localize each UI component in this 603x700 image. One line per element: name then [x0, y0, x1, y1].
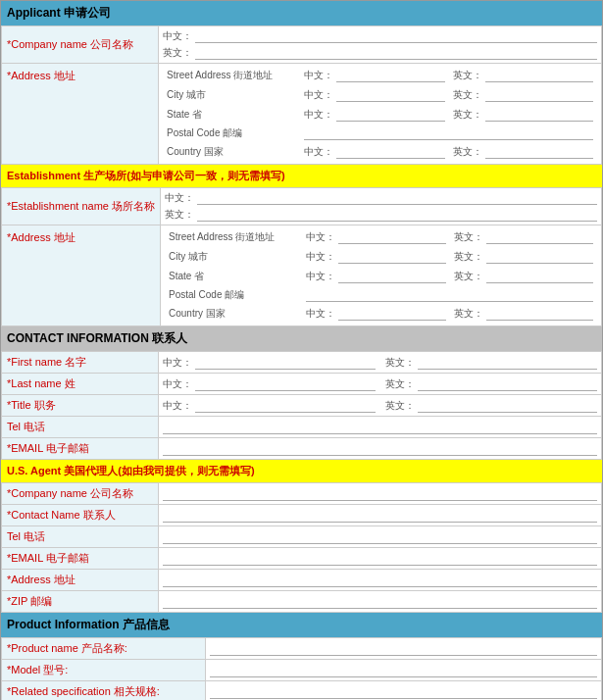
agent-contact-value[interactable] — [159, 505, 602, 526]
title-en-input[interactable] — [418, 399, 598, 413]
est-country-label: Country 国家 — [165, 304, 302, 324]
tel-input[interactable] — [163, 421, 597, 434]
est-name-en-input[interactable] — [197, 208, 597, 222]
est-city-cn-input[interactable] — [338, 250, 446, 264]
product-spec-input[interactable] — [210, 685, 597, 699]
city-cn-input[interactable] — [336, 88, 445, 102]
est-country-en-input[interactable] — [486, 307, 594, 321]
agent-address-value[interactable] — [159, 570, 602, 591]
est-name-cn-input[interactable] — [197, 191, 597, 205]
agent-address-label: *Address 地址 — [2, 570, 159, 591]
email-value[interactable] — [159, 438, 602, 460]
product-name-input[interactable] — [210, 642, 597, 656]
agent-zip-value[interactable] — [159, 591, 602, 613]
street-cn-cell: 中文： — [300, 66, 449, 85]
est-city-en-input[interactable] — [486, 250, 594, 264]
title-label: *Title 职务 — [2, 395, 159, 417]
country-en-input[interactable] — [485, 145, 594, 159]
state-en-input[interactable] — [485, 108, 594, 122]
agent-zip-input[interactable] — [163, 595, 597, 609]
agent-header: U.S. Agent 美国代理人(如由我司提供，则无需填写) — [1, 460, 602, 482]
lastname-en-input[interactable] — [418, 377, 598, 391]
est-state-en-input[interactable] — [486, 270, 594, 283]
agent-contact-row: *Contact Name 联系人 — [2, 505, 602, 526]
agent-email-label: *EMAIL 电子邮箱 — [2, 548, 159, 570]
product-spec-value[interactable] — [206, 681, 602, 701]
lastname-cn-input[interactable] — [195, 377, 376, 391]
est-city-label: City 城市 — [165, 247, 302, 267]
agent-email-row: *EMAIL 电子邮箱 — [2, 548, 602, 570]
tel-value[interactable] — [159, 417, 602, 438]
agent-address-input[interactable] — [163, 574, 597, 587]
postal-value[interactable] — [300, 125, 597, 142]
product-name-value[interactable] — [206, 638, 602, 660]
est-street-en-input[interactable] — [486, 230, 594, 244]
product-header: Product Information 产品信息 — [1, 613, 602, 637]
applicant-header: Applicant 申请公司 — [1, 1, 602, 25]
state-cn-input[interactable] — [336, 108, 445, 122]
agent-tel-input[interactable] — [163, 530, 597, 544]
postal-input[interactable] — [304, 126, 593, 140]
street-en-input[interactable] — [485, 69, 594, 82]
est-address-cell: Street Address 街道地址 中文： 英文： — [161, 225, 602, 326]
product-spec-row: *Related specification 相关规格: — [2, 681, 602, 701]
est-state-cn-cell: 中文： — [302, 267, 450, 286]
address-street-cell: Street Address 街道地址 中文： 英文： — [159, 64, 602, 165]
company-name-value[interactable]: 中文： 英文： — [159, 26, 602, 64]
country-cn-input[interactable] — [336, 145, 445, 159]
street-cn-input[interactable] — [336, 69, 445, 82]
contact-header: CONTACT INFORMATION 联系人 — [1, 326, 602, 351]
product-model-row: *Model 型号: — [2, 660, 602, 681]
title-value[interactable]: 中文： 英文： — [159, 395, 602, 417]
company-en-input[interactable] — [195, 46, 597, 60]
est-state-label: State 省 — [165, 267, 302, 286]
city-en-cell: 英文： — [449, 85, 598, 105]
est-street-en-cell: 英文： — [450, 227, 598, 247]
email-row: *EMAIL 电子邮箱 — [2, 438, 602, 460]
est-address-sub-table: Street Address 街道地址 中文： 英文： — [165, 227, 597, 324]
agent-email-value[interactable] — [159, 548, 602, 570]
email-input[interactable] — [163, 442, 597, 456]
est-name-value[interactable]: 中文： 英文： — [161, 188, 602, 225]
est-street-cn-cell: 中文： — [302, 227, 450, 247]
agent-tel-value[interactable] — [159, 526, 602, 548]
est-state-cn-input[interactable] — [338, 270, 446, 283]
est-city-en-cell: 英文： — [450, 247, 598, 267]
country-label: Country 国家 — [163, 142, 300, 162]
product-model-value[interactable] — [206, 660, 602, 681]
est-city-row: City 城市 中文： 英文： — [165, 247, 597, 267]
est-postal-input[interactable] — [306, 288, 593, 302]
title-cn-input[interactable] — [195, 399, 376, 413]
agent-address-row: *Address 地址 — [2, 570, 602, 591]
firstname-en-input[interactable] — [418, 356, 598, 370]
lastname-value[interactable]: 中文： 英文： — [159, 374, 602, 395]
firstname-cn-input[interactable] — [195, 356, 376, 370]
est-street-cn-input[interactable] — [338, 230, 446, 244]
firstname-value[interactable]: 中文： 英文： — [159, 352, 602, 374]
agent-contact-input[interactable] — [163, 509, 597, 523]
product-model-label: *Model 型号: — [2, 660, 206, 681]
email-label: *EMAIL 电子邮箱 — [2, 438, 159, 460]
agent-company-label: *Company name 公司名称 — [2, 483, 159, 505]
company-cn-input[interactable] — [195, 29, 597, 43]
agent-company-input[interactable] — [163, 487, 597, 501]
est-state-row: State 省 中文： 英文： — [165, 267, 597, 286]
state-en-cell: 英文： — [449, 105, 598, 125]
country-en-cell: 英文： — [449, 142, 598, 162]
agent-email-input[interactable] — [163, 552, 597, 566]
postal-row: Postal Code 邮编 — [163, 125, 597, 142]
est-postal-value[interactable] — [302, 286, 597, 304]
city-en-input[interactable] — [485, 88, 594, 102]
product-model-input[interactable] — [210, 664, 597, 677]
agent-company-value[interactable] — [159, 483, 602, 505]
city-row: City 城市 中文： 英文： — [163, 85, 597, 105]
est-name-row: *Establishment name 场所名称 中文： 英文： — [2, 188, 602, 225]
agent-tel-label: Tel 电话 — [2, 526, 159, 548]
firstname-row: *First name 名字 中文： 英文： — [2, 352, 602, 374]
est-country-cn-input[interactable] — [338, 307, 446, 321]
agent-contact-label: *Contact Name 联系人 — [2, 505, 159, 526]
est-state-en-cell: 英文： — [450, 267, 598, 286]
product-spec-label: *Related specification 相关规格: — [2, 681, 206, 701]
agent-company-row: *Company name 公司名称 — [2, 483, 602, 505]
applicant-table: *Company name 公司名称 中文： 英文： *Address 地址 — [1, 25, 602, 165]
